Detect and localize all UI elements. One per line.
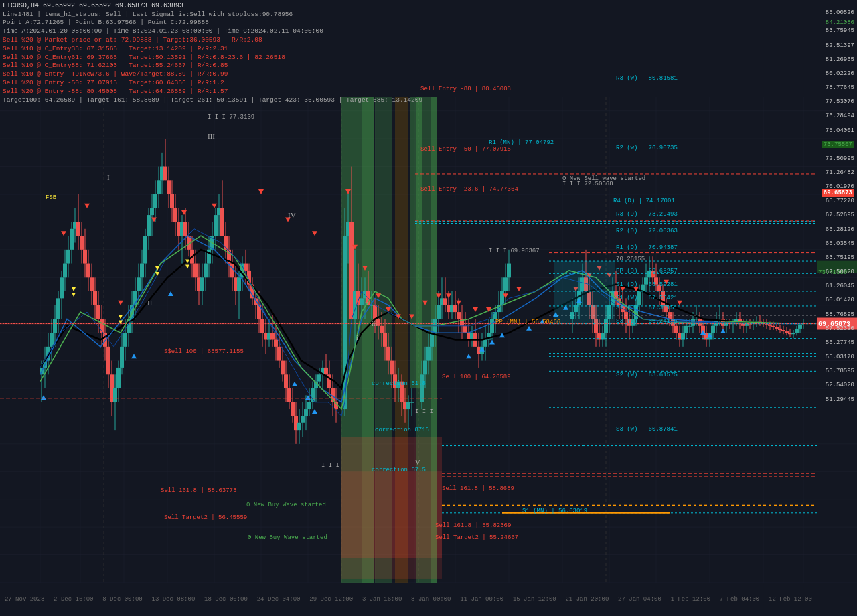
price-level-label: 82.51397 — [826, 42, 854, 49]
price-level-label: 65.03545 — [826, 240, 854, 247]
time-label: 15 Jan 12:00 — [513, 596, 556, 603]
time-label: 11 Jan 00:00 — [460, 596, 503, 603]
price-level-label: 80.02220 — [826, 70, 854, 77]
time-label: 3 Jan 16:00 — [362, 596, 402, 603]
price-level-label: 57.52320 — [826, 325, 854, 332]
time-label: 27 Nov 2023 — [5, 596, 44, 603]
time-label: 18 Dec 00:00 — [204, 596, 248, 603]
time-label: 2 Dec 16:00 — [54, 596, 93, 603]
price-level-label: 72.50995 — [826, 155, 854, 162]
time-label: 1 Feb 12:00 — [671, 596, 710, 603]
time-label: 12 Feb 12:00 — [769, 596, 812, 603]
price-level-label: 58.76895 — [826, 311, 854, 318]
time-label: 29 Dec 12:00 — [309, 596, 353, 603]
info-line: Target100: 64.26589 | Target 161: 58.868… — [3, 96, 422, 105]
price-level-label: 66.28120 — [826, 226, 854, 233]
price-level-label: 75.04001 — [826, 127, 854, 134]
info-line: Sell %10 @ C_Entry38: 67.31566 | Target:… — [3, 45, 422, 54]
price-level-label: 61.26045 — [826, 283, 854, 289]
info-line: Sell %10 @ C_Entry61: 69.37665 | Target:… — [3, 54, 422, 62]
chart-container: LTCUSD,H4 69.65992 69.65592 69.65873 69.… — [0, 0, 857, 616]
time-label: 27 Jan 04:00 — [618, 596, 661, 603]
info-line: Point A:72.71265 | Point B:63.97566 | Po… — [3, 19, 422, 27]
info-line: LTCUSD,H4 69.65992 69.65592 69.65873 69.… — [3, 1, 422, 11]
info-line: Sell %20 @ Entry -88: 80.45008 | Target:… — [3, 88, 422, 96]
price-level-label: 78.77645 — [826, 84, 854, 91]
price-level-label: 63.75195 — [826, 254, 854, 261]
price-level-label: 62.50620 — [826, 268, 854, 275]
price-level-label: 76.28494 — [826, 112, 854, 119]
price-level-label: 84.21086 — [826, 19, 854, 26]
price-level-label: 85.00520 — [826, 9, 854, 16]
price-level-label: 67.52695 — [826, 212, 854, 218]
price-level-label: 51.29445 — [826, 396, 854, 403]
price-level-label: 71.26482 — [826, 169, 854, 176]
time-label: 7 Feb 04:00 — [720, 596, 759, 603]
time-label: 13 Dec 08:00 — [152, 596, 196, 603]
price-level-label: 52.54020 — [826, 382, 854, 388]
time-label: 8 Dec 00:00 — [102, 596, 142, 603]
time-axis: 27 Nov 20232 Dec 16:008 Dec 00:0013 Dec … — [0, 596, 817, 603]
price-level-label: 69.65873 — [822, 189, 854, 197]
info-line: Sell %20 @ Entry -50: 77.07915 | Target:… — [3, 79, 422, 88]
info-line: Sell %10 @ Entry -TDINew73.6 | Wave/Targ… — [3, 70, 422, 79]
price-level-label: 73.75507 — [822, 141, 854, 148]
info-line: Sell %20 @ Market price or at: 72.99888 … — [3, 36, 422, 45]
price-level-label: 55.03170 — [826, 354, 854, 360]
top-info-panel: LTCUSD,H4 69.65992 69.65592 69.65873 69.… — [3, 1, 422, 104]
price-level-label: 53.78595 — [826, 368, 854, 374]
time-label: 8 Jan 00:00 — [411, 596, 451, 603]
time-label: 24 Dec 04:00 — [257, 596, 301, 603]
info-line: Line1481 | tema_h1_status: Sell | Last S… — [3, 11, 422, 19]
price-level-label: 77.53070 — [826, 98, 854, 105]
info-line: Sell %10 @ C_Entry88: 71.62103 | Target:… — [3, 62, 422, 70]
price-level-label: 83.75945 — [826, 27, 854, 34]
price-level-label: 60.01470 — [826, 297, 854, 303]
info-line: Time A:2024.01.20 08:00:00 | Time B:2024… — [3, 27, 422, 36]
time-label: 21 Jan 20:00 — [565, 596, 609, 603]
price-level-label: 56.27745 — [826, 339, 854, 346]
price-level-label: 68.77270 — [826, 198, 854, 204]
price-level-label: 81.26965 — [826, 56, 854, 63]
